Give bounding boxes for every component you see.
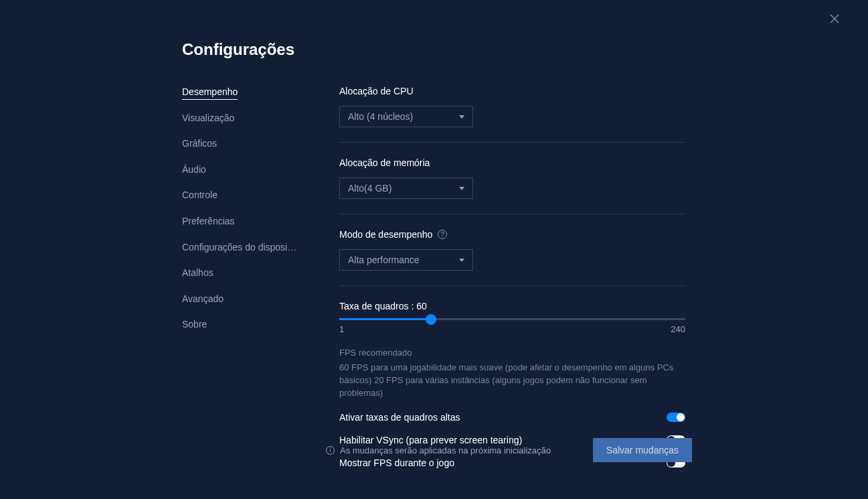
- sidebar-item-audio[interactable]: Áudio: [182, 163, 299, 182]
- save-button[interactable]: Salvar mudanças: [593, 438, 692, 462]
- info-icon: i: [326, 446, 335, 455]
- restart-required-message: i As mudanças serão aplicadas na próxima…: [326, 445, 551, 455]
- chevron-down-icon: [459, 115, 464, 119]
- sidebar-item-controle[interactable]: Controle: [182, 189, 299, 207]
- high-fps-toggle[interactable]: [667, 413, 685, 422]
- sidebar-item-avancado[interactable]: Avançado: [182, 293, 299, 311]
- page-title: Configurações: [182, 40, 868, 59]
- memory-allocation-label: Alocação de memória: [339, 157, 685, 168]
- sidebar-item-atalhos[interactable]: Atalhos: [182, 267, 299, 285]
- performance-mode-value: Alta performance: [348, 255, 420, 265]
- chevron-down-icon: [459, 187, 464, 190]
- settings-sidebar: Desempenho Visualização Gráficos Áudio C…: [182, 86, 299, 483]
- memory-allocation-select[interactable]: Alto(4 GB): [339, 177, 473, 199]
- high-fps-toggle-label: Ativar taxas de quadros altas: [339, 412, 460, 423]
- sidebar-item-preferencias[interactable]: Preferências: [182, 215, 299, 233]
- settings-content: Alocação de CPU Alto (4 núcleos) Alocaçã…: [339, 86, 685, 483]
- fps-hint-title: FPS recomendado: [339, 348, 685, 358]
- sidebar-item-visualizacao[interactable]: Visualização: [182, 112, 299, 130]
- fps-min: 1: [339, 324, 344, 334]
- sidebar-item-desempenho[interactable]: Desempenho: [182, 86, 299, 104]
- memory-allocation-value: Alto(4 GB): [348, 183, 392, 194]
- sidebar-item-config-dispositivo[interactable]: Configurações do dispositi…: [182, 241, 299, 259]
- fps-max: 240: [671, 324, 685, 334]
- performance-mode-label: Modo de desempenho ?: [339, 229, 685, 240]
- fps-label: Taxa de quadros : 60: [339, 301, 685, 311]
- cpu-allocation-label: Alocação de CPU: [339, 86, 685, 96]
- fps-slider[interactable]: [339, 318, 685, 320]
- close-icon[interactable]: [829, 13, 843, 27]
- chevron-down-icon: [459, 259, 464, 262]
- sidebar-item-graficos[interactable]: Gráficos: [182, 137, 299, 155]
- sidebar-item-sobre[interactable]: Sobre: [182, 318, 299, 336]
- performance-mode-select[interactable]: Alta performance: [339, 249, 473, 271]
- help-icon[interactable]: ?: [438, 230, 447, 239]
- fps-hint-text: 60 FPS para uma jogabilidade mais suave …: [339, 362, 685, 400]
- cpu-allocation-select[interactable]: Alto (4 núcleos): [339, 106, 473, 127]
- cpu-allocation-value: Alto (4 núcleos): [348, 111, 413, 122]
- fps-slider-thumb[interactable]: [426, 314, 436, 325]
